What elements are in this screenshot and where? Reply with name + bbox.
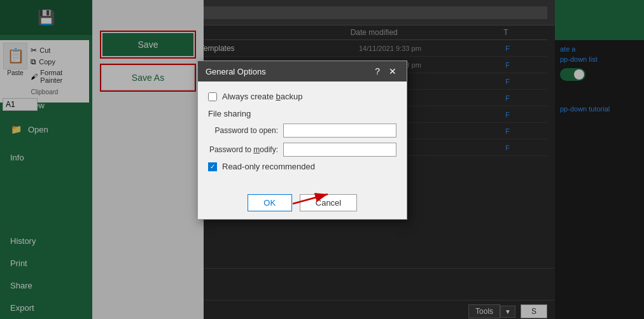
backup-label: Always create backup <box>222 92 302 101</box>
file-sharing-label: File sharing <box>208 109 396 118</box>
dialog-close-btn[interactable]: ✕ <box>386 66 399 76</box>
general-options-dialog: General Options ? ✕ Always create backup… <box>197 60 407 220</box>
dialog-cancel-btn[interactable]: Cancel <box>300 194 357 211</box>
dialog-title: General Options <box>206 67 266 76</box>
password-open-input[interactable] <box>283 124 396 138</box>
backup-checkbox[interactable] <box>208 92 217 101</box>
password-open-label: Password to open: <box>208 126 278 135</box>
dialog-body: Always create backup File sharing Passwo… <box>198 82 407 189</box>
dialog-footer: OK Cancel <box>198 189 407 219</box>
dialog-title-bar: General Options ? ✕ <box>198 61 407 82</box>
readonly-label: Read-only recommended <box>222 162 315 171</box>
password-modify-input[interactable] <box>283 143 396 157</box>
dialog-title-buttons: ? ✕ <box>372 66 399 76</box>
backup-row: Always create backup <box>208 92 396 101</box>
password-open-row: Password to open: <box>208 124 396 138</box>
password-modify-row: Password to modify: <box>208 143 396 157</box>
dialog-help-btn[interactable]: ? <box>372 66 382 76</box>
password-modify-label: Password to modify: <box>208 145 278 154</box>
readonly-checkbox[interactable]: ✓ <box>208 162 217 171</box>
dialog-ok-btn[interactable]: OK <box>248 194 292 211</box>
readonly-row: ✓ Read-only recommended <box>208 162 396 171</box>
